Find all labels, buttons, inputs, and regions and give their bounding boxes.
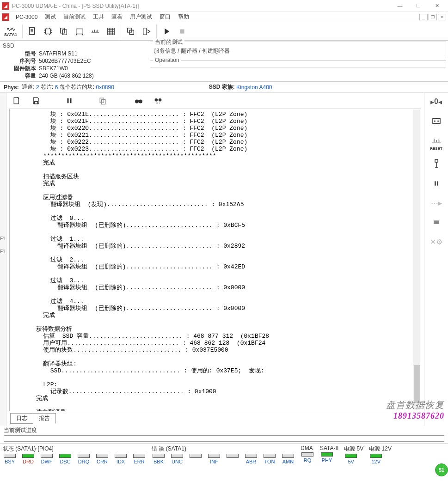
play-icon[interactable] [159, 24, 174, 39]
status-led-INF: INF [207, 454, 221, 464]
status-sata-title: 状态 (SATA1)-[PIO4] [3, 445, 146, 453]
svg-rect-26 [437, 181, 438, 185]
menu-bar: ◢ PC-3000 测试 当前测试 工具 查看 用户测试 窗口 帮助 _ ❐ × [0, 12, 448, 22]
status-led-DSC: DSC [58, 454, 72, 464]
progress-bar [4, 435, 444, 442]
menu-window[interactable]: 窗口 [156, 12, 174, 22]
power-icon[interactable]: ▸0◂ [430, 96, 443, 108]
stop-icon[interactable] [174, 24, 190, 39]
status-led-AMN: AMN [281, 454, 295, 464]
mdi-restore-button[interactable]: ❐ [429, 14, 437, 20]
status-sata2-title: SATA-II [320, 445, 338, 451]
fw-value: SBFK71W0 [36, 65, 68, 72]
blocks-value: 0x0890 [96, 84, 114, 91]
menu-help[interactable]: 帮助 [174, 12, 193, 22]
svg-rect-18 [138, 100, 140, 101]
ruler-icon[interactable] [87, 24, 103, 39]
find-next-icon[interactable] [153, 95, 164, 106]
menu-test[interactable]: 测试 [41, 12, 60, 22]
grid-icon[interactable] [103, 24, 119, 39]
menu-view[interactable]: 查看 [108, 12, 126, 22]
svg-rect-9 [180, 29, 184, 33]
chip-small-icon[interactable] [430, 216, 443, 228]
menu-app[interactable]: PC-3000 [12, 13, 41, 21]
mdi-minimize-button[interactable]: _ [419, 14, 428, 20]
status-error-title: 错 误 (SATA1) [152, 445, 295, 453]
sata-label: SATA1 [4, 32, 17, 37]
main-toolbar: ∿∿ SATA1 [0, 22, 448, 41]
new-icon[interactable] [11, 95, 22, 106]
status-12v-title: 电源 12V [369, 445, 392, 453]
family-label: SSD 家族: [209, 83, 235, 91]
save-icon[interactable] [31, 95, 42, 106]
status-led-PHY: PHY [320, 452, 334, 463]
stack-icon[interactable] [123, 24, 139, 39]
reset-label: RESET [430, 146, 443, 151]
progress-label: 当前测试进度 [4, 426, 444, 434]
chip-icon[interactable] [40, 24, 56, 39]
pause-tool-icon[interactable] [430, 177, 443, 189]
mdi-close-button[interactable]: × [438, 14, 446, 20]
copy-icon[interactable] [56, 24, 72, 39]
status-led-blank [226, 454, 239, 464]
status-group-sata: 状态 (SATA1)-[PIO4] BSYDRDDWFDSCDRQCRRIDXE… [3, 445, 146, 464]
blocks-label: 每个芯片的块: [60, 83, 94, 91]
binoculars-icon[interactable] [133, 95, 144, 106]
play-tool-icon[interactable]: ⋯▸ [430, 197, 443, 209]
sata-port-button[interactable]: ∿∿ SATA1 [1, 24, 20, 39]
operation-title: Operation [153, 57, 181, 63]
operation-box: Operation [150, 60, 446, 67]
right-toolbar: ▸0◂ RESET ⋯▸ ✕⚙ [424, 93, 448, 426]
close-button[interactable]: ✕ [428, 0, 446, 12]
usb-icon[interactable] [430, 158, 443, 170]
status-led-IDX: IDX [114, 454, 128, 464]
model-value: SATAFIRM S11 [36, 50, 78, 57]
exit-icon[interactable] [139, 24, 154, 39]
svg-rect-21 [432, 119, 440, 124]
operation-value [150, 64, 446, 67]
minimize-button[interactable]: — [391, 0, 409, 12]
log-toolbar [6, 93, 424, 109]
svg-point-20 [159, 98, 162, 102]
status-5v-title: 电源 5V [344, 445, 363, 453]
channels-label: 通道: [22, 83, 34, 91]
menu-user-test[interactable]: 用户测试 [126, 12, 156, 22]
chips-value: 6 [55, 84, 58, 91]
fn-strip: F1F1 [0, 236, 6, 255]
serial-label: 序列号 [3, 57, 36, 65]
reset-icon[interactable] [430, 134, 443, 146]
device-group-title: SSD [3, 43, 145, 49]
log-scroll-thumb[interactable] [414, 365, 420, 402]
log-output[interactable]: 块 : 0x021E......................... : FF… [9, 109, 421, 411]
svg-rect-11 [35, 102, 38, 104]
notification-badge[interactable]: 51 [435, 463, 448, 476]
progress-section: 当前测试进度 [0, 426, 448, 444]
tab-report[interactable]: 报告 [33, 413, 56, 424]
status-led-ABR: ABR [244, 454, 258, 464]
log-text: 块 : 0x021E......................... : FF… [11, 111, 269, 411]
menu-tools[interactable]: 工具 [89, 12, 108, 22]
chip-tool-icon[interactable] [430, 115, 443, 127]
pause-icon[interactable] [64, 95, 75, 106]
model-label: 型号 [3, 50, 36, 57]
serial-value: 50026B777703E2EC [36, 57, 91, 65]
copy-log-icon[interactable] [97, 95, 108, 106]
title-bar: ◢ PC-3000 UDMA-E - China - [PS SSD Utili… [0, 0, 448, 12]
maximize-button[interactable]: ☐ [409, 0, 428, 12]
svg-rect-25 [435, 181, 436, 185]
fw-label: 固件版本 [3, 65, 36, 72]
phys-info-line: Phys: 通道: 2 芯片: 6 每个芯片的块: 0x0890 SSD 家族:… [0, 82, 448, 93]
settings-icon[interactable]: ✕⚙ [430, 236, 443, 248]
menu-current-test[interactable]: 当前测试 [60, 12, 89, 22]
document-icon[interactable] [25, 24, 40, 39]
module-icon[interactable] [72, 24, 87, 39]
phys-label: Phys: [4, 84, 19, 91]
tab-log[interactable]: 日志 [10, 413, 33, 424]
svg-rect-15 [102, 100, 105, 104]
status-group-dma: DMA RQ [301, 445, 314, 464]
status-led-DRQ: DRQ [77, 454, 91, 464]
svg-rect-27 [434, 220, 439, 224]
svg-rect-4 [76, 29, 83, 34]
status-led-12V: 12V [369, 454, 383, 464]
svg-rect-12 [68, 98, 69, 104]
